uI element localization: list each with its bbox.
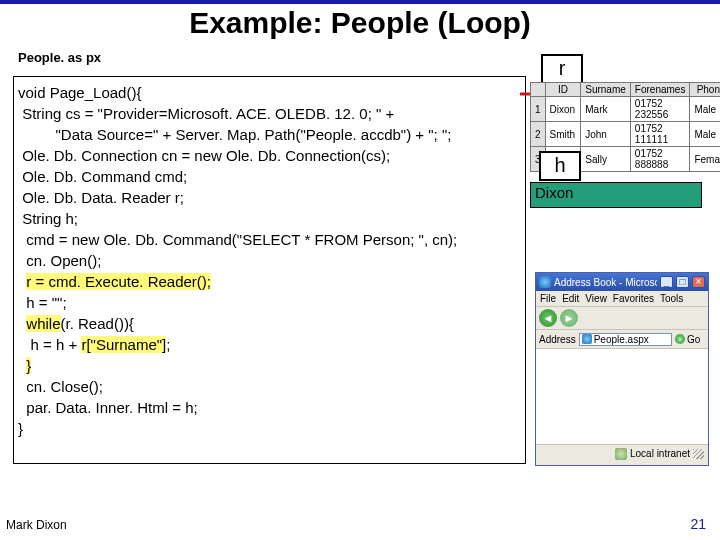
- table-header: Phone: [690, 83, 720, 97]
- stop-icon[interactable]: [581, 312, 593, 324]
- page-icon: [582, 334, 592, 344]
- variable-box-r: r: [541, 54, 583, 84]
- menu-favorites[interactable]: Favorites: [613, 293, 654, 304]
- table-header: Surname: [581, 83, 631, 97]
- footer-pagenum: 21: [690, 516, 706, 532]
- code-block: void Page_Load(){ String cs = "Provider=…: [13, 76, 526, 464]
- browser-titlebar: Address Book - Microsoft I… _ □ ×: [536, 273, 708, 291]
- footer-author: Mark Dixon: [6, 518, 67, 532]
- go-button[interactable]: › Go: [675, 332, 705, 346]
- back-button[interactable]: ◄: [539, 309, 557, 327]
- maximize-button[interactable]: □: [676, 276, 689, 288]
- address-input[interactable]: People.aspx: [579, 333, 672, 346]
- forward-button[interactable]: ►: [560, 309, 578, 327]
- address-label: Address: [539, 334, 576, 345]
- browser-window: Address Book - Microsoft I… _ □ × File E…: [535, 272, 709, 466]
- address-bar: Address People.aspx › Go: [536, 330, 708, 349]
- menu-file[interactable]: File: [540, 293, 556, 304]
- slide-title: Example: People (Loop): [0, 6, 720, 40]
- go-icon: ›: [675, 334, 685, 344]
- zone-icon: [615, 448, 627, 460]
- menu-tools[interactable]: Tools: [660, 293, 683, 304]
- variable-box-h: h: [539, 151, 581, 181]
- menu-edit[interactable]: Edit: [562, 293, 579, 304]
- ie-icon: [539, 276, 551, 288]
- minimize-button[interactable]: _: [660, 276, 673, 288]
- browser-menubar[interactable]: File Edit View Favorites Tools: [536, 291, 708, 307]
- close-button[interactable]: ×: [692, 276, 705, 288]
- menu-view[interactable]: View: [585, 293, 607, 304]
- browser-statusbar: Local intranet: [536, 444, 708, 462]
- status-text: Local intranet: [630, 448, 690, 459]
- value-box-h: Dixon: [530, 182, 702, 208]
- browser-title: Address Book - Microsoft I…: [554, 277, 657, 288]
- resize-grip-icon[interactable]: [693, 449, 704, 459]
- table-row: 1 Dixon Mark 01752 232556 Male: [531, 97, 721, 122]
- table-header: ID: [545, 83, 581, 97]
- table-header: Forenames: [630, 83, 690, 97]
- table-row: 2 Smith John 01752 111111 Male: [531, 122, 721, 147]
- browser-content: [536, 349, 708, 444]
- code-filename: People. as px: [18, 51, 104, 64]
- browser-toolbar: ◄ ►: [536, 307, 708, 330]
